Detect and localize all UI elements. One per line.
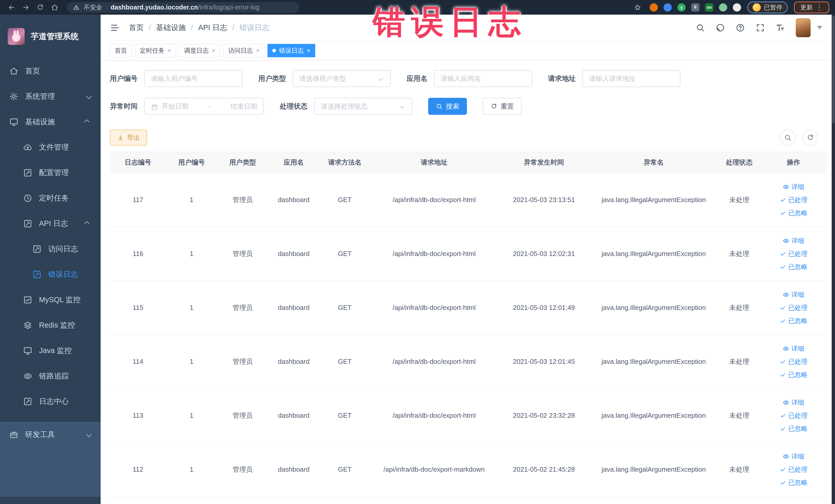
ext-green-y-icon[interactable]: y [677,3,686,12]
mark-processed-link[interactable]: 已处理 [779,357,808,366]
toggle-search-button[interactable] [780,130,796,146]
browser-scrollbar[interactable] [832,15,835,504]
mark-processed-link[interactable]: 已处理 [779,196,808,204]
breadcrumb-item[interactable]: API 日志 [198,23,227,33]
mark-ignored-link[interactable]: 已忽略 [779,424,808,433]
sidebar-item[interactable]: MySQL 监控 [0,287,101,313]
sidebar-item[interactable]: 日志中心 [0,389,101,414]
detail-link[interactable]: 详细 [782,398,804,407]
close-tab-icon[interactable]: × [256,47,260,54]
tab-item[interactable]: 定时任务× [135,44,176,57]
cell-actions: 详细已处理已忽略 [761,344,826,379]
close-tab-icon[interactable]: × [307,47,310,54]
app-logo[interactable]: 芋道管理系统 [0,15,101,58]
back-icon[interactable] [6,2,18,13]
ext-orange-circle-icon[interactable] [650,3,658,12]
sidebar-item[interactable]: 基础设施 [0,109,101,135]
home-icon[interactable] [49,2,61,13]
app-name-input[interactable] [434,70,532,87]
refresh-table-button[interactable] [802,130,818,146]
bookmark-star-icon[interactable] [632,2,644,13]
sidebar-item[interactable]: 首页 [0,58,101,84]
ext-blue-shield-icon[interactable] [664,3,672,12]
reset-button[interactable]: 重置 [483,98,522,115]
mark-processed-link[interactable]: 已处理 [779,249,808,258]
search-button[interactable]: 搜索 [428,98,467,115]
ext-on-toggle-icon[interactable]: on [705,3,713,12]
mark-processed-link[interactable]: 已处理 [779,411,808,420]
page-url: dashboard.yudao.iocoder.cn/infra/log/api… [110,4,259,11]
close-tab-icon[interactable]: × [212,47,216,54]
mark-ignored-link[interactable]: 已忽略 [779,478,808,487]
cell-status: 未处理 [717,303,761,312]
close-tab-icon[interactable]: × [168,47,171,54]
address-bar[interactable]: 不安全 dashboard.yudao.iocoder.cn/infra/log… [67,2,299,13]
cell-actions: 详细已处理已忽略 [761,398,826,433]
sidebar-item[interactable]: Java 监控 [0,338,101,363]
detail-link[interactable]: 详细 [782,183,804,191]
sidebar-item[interactable]: API 日志 [0,211,101,236]
detail-link[interactable]: 详细 [782,344,804,353]
cell-user_id: 1 [166,411,217,420]
process-status-select[interactable]: 请选择处理状态 [314,98,412,115]
mark-ignored-link[interactable]: 已忽略 [779,370,808,379]
cell-user_id: 1 [166,358,217,366]
user-type-select[interactable]: 请选择用户类型 [292,70,391,87]
mark-ignored-link[interactable]: 已忽略 [779,317,808,325]
not-secure-label: 不安全 [84,3,102,12]
mark-processed-link[interactable]: 已处理 [779,303,808,312]
ext-green-leaf-icon[interactable] [719,3,727,12]
mark-processed-link[interactable]: 已处理 [779,465,808,474]
sidebar-item[interactable]: 链路追踪 [0,363,101,389]
column-header: 异常发生时间 [498,158,590,167]
request-url-label: 请求地址 [548,74,576,83]
ext-white-star-icon[interactable] [733,3,741,12]
font-size-icon[interactable] [776,23,785,32]
fullscreen-icon[interactable] [756,23,765,32]
user-id-input[interactable] [144,70,242,87]
help-icon[interactable] [736,23,745,32]
browser-toolbar: 不安全 dashboard.yudao.iocoder.cn/infra/log… [0,0,835,15]
reload-icon[interactable] [34,2,46,13]
sidebar-item[interactable]: 文件管理 [0,135,101,160]
breadcrumb-item[interactable]: 基础设施 [156,23,186,33]
cell-url: /api/infra/db-doc/export-html [370,304,498,312]
detail-link[interactable]: 详细 [782,290,804,299]
tab-item[interactable]: 访问日志× [223,44,264,57]
search-icon[interactable] [696,23,705,32]
sidebar-item[interactable]: 错误日志 [0,262,101,287]
exception-time-range-picker[interactable]: 开始日期 - 结束日期 [144,98,264,115]
request-url-input[interactable] [583,70,680,87]
cell-id: 115 [110,304,166,312]
browser-menu-icon[interactable]: ⋮ [816,4,823,11]
tab-active[interactable]: 错误日志× [267,44,315,57]
column-header: 异常名 [590,158,717,167]
tab-item[interactable]: 首页 [110,44,132,57]
ext-grid-icon[interactable]: ⠿ [691,3,699,12]
cell-app: dashboard [268,250,319,258]
chevron-up-icon [84,118,91,125]
detail-link[interactable]: 详细 [782,237,804,245]
detail-link[interactable]: 详细 [782,452,804,461]
sidebar-item[interactable]: 定时任务 [0,185,101,211]
update-badge[interactable]: 更新 ⋮ [794,2,829,13]
avatar-dropdown-caret-icon[interactable] [817,26,822,29]
sidebar-item[interactable]: 配置管理 [0,160,101,185]
chevron-up-icon [84,220,91,227]
sidebar-item[interactable]: 研发工具 [0,422,101,447]
paused-badge[interactable]: 已暂停 [747,2,788,13]
sidebar-item[interactable]: 系统管理 [0,84,101,109]
breadcrumb-item[interactable]: 首页 [129,23,144,33]
avatar[interactable] [796,18,811,37]
forward-icon[interactable] [20,2,32,13]
collapse-sidebar-icon[interactable] [110,23,120,33]
tab-item[interactable]: 调度日志× [179,44,220,57]
export-button[interactable]: 导出 [110,130,147,146]
mark-ignored-link[interactable]: 已忽略 [779,209,808,217]
sidebar-item[interactable]: Redis 监控 [0,313,101,338]
cell-method: GET [319,465,370,473]
not-secure-warning-icon[interactable] [73,4,80,11]
mark-ignored-link[interactable]: 已忽略 [779,263,808,271]
github-icon[interactable] [716,23,725,32]
sidebar-item[interactable]: 访问日志 [0,236,101,262]
